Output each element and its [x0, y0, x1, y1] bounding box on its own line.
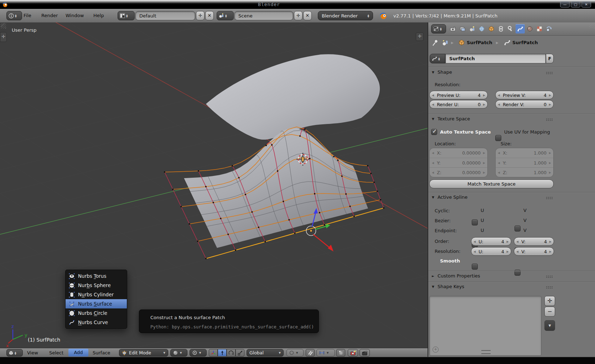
tab-scene[interactable] [467, 24, 477, 33]
increment-arrow-icon[interactable]: ▶ [483, 94, 485, 97]
menu-item-nurbs-cylinder[interactable]: Nurbs Cylinder [66, 290, 127, 299]
shape-key-specials-dropdown[interactable]: ▼ [544, 320, 555, 331]
menu-view[interactable]: View [27, 350, 38, 355]
delete-layout-button[interactable]: ✕ [205, 11, 214, 20]
pivot-center-dropdown[interactable]: ▼ [190, 349, 207, 357]
tab-render-layers[interactable] [458, 24, 467, 33]
increment-arrow-icon[interactable]: ▶ [549, 103, 551, 106]
panel-expand-icon[interactable]: ▼ [432, 285, 434, 288]
tab-material[interactable] [525, 24, 534, 33]
cyclic-v-checkbox[interactable] [514, 225, 521, 232]
panel-grip[interactable] [546, 72, 553, 74]
tab-object-data[interactable] [516, 24, 525, 33]
tab-physics[interactable] [544, 24, 554, 33]
snap-toggle[interactable] [306, 349, 315, 357]
texture-space-panel-header[interactable]: ▼ Texture Space [432, 116, 470, 121]
object-cube-icon[interactable] [458, 39, 465, 46]
size-y-field[interactable]: ◀Y:1.000▶ [496, 158, 553, 167]
tab-texture[interactable] [535, 24, 544, 33]
location-x-field[interactable]: ◀X:0.00000▶ [430, 148, 487, 158]
3d-viewport[interactable]: User Persp ✛ ✛ z y x (1) SurfPatch Nurbs… [0, 22, 428, 348]
menu-render[interactable]: Render [41, 13, 58, 18]
tab-constraints[interactable] [496, 24, 506, 33]
increment-arrow-icon[interactable]: ▶ [549, 94, 551, 97]
floating-nurbs-surface[interactable] [206, 54, 380, 140]
location-z-field[interactable]: ◀Z:0.00000▶ [430, 167, 487, 177]
menu-file[interactable]: File [24, 13, 31, 18]
shape-panel-header[interactable]: ▼ Shape [432, 69, 452, 75]
transform-orientation-dropdown[interactable]: Global ▼ [247, 349, 284, 357]
menu-add[interactable]: Add [68, 349, 88, 357]
order-v-field[interactable]: ◀V:4▶ [514, 237, 554, 246]
screen-layout-selector[interactable]: ▲▼ [118, 11, 135, 20]
opengl-render-button[interactable] [348, 349, 358, 357]
data-selector[interactable]: ▲▼ [430, 54, 445, 63]
preview-v-field[interactable]: ◀Preview V:4▶ [495, 91, 554, 99]
fake-user-button[interactable]: F [546, 54, 554, 63]
scale-manipulator-toggle[interactable] [236, 349, 244, 357]
menu-select[interactable]: Select [49, 350, 63, 355]
render-engine-dropdown[interactable]: Blender Render ▲▼ [318, 11, 373, 20]
render-u-field[interactable]: ◀Render U:0▶ [429, 100, 488, 109]
editor-type-selector[interactable]: ▲▼ [431, 24, 446, 33]
scene-selector[interactable]: ▲▼ [217, 11, 234, 20]
tab-render[interactable] [448, 24, 457, 33]
remove-shape-key-button[interactable]: − [544, 307, 555, 317]
rotate-manipulator-toggle[interactable] [227, 349, 236, 357]
snap-peel-toggle[interactable] [336, 349, 345, 357]
menu-item-nurbs-surface[interactable]: Nurbs Surface [66, 299, 127, 308]
panel-expand-icon[interactable]: ▼ [432, 71, 434, 74]
corner-grip[interactable] [1, 23, 6, 28]
editor-type-selector[interactable]: ▲▼ [6, 349, 23, 357]
viewport-shading-dropdown[interactable]: ▼ [170, 349, 187, 357]
panel-grip[interactable] [546, 118, 553, 121]
panel-grip[interactable] [546, 286, 553, 289]
proportional-edit-dropdown[interactable]: ▼ [286, 349, 304, 357]
tab-world[interactable] [477, 24, 486, 33]
auto-texture-space-checkbox[interactable] [431, 129, 437, 135]
toolshelf-expand-tab[interactable]: ✛ [0, 32, 7, 42]
texture-size-fields[interactable]: ◀X:1.000▶ ◀Y:1.000▶ ◀Z:1.000▶ [495, 148, 554, 177]
size-x-field[interactable]: ◀X:1.000▶ [496, 148, 553, 158]
tab-modifiers[interactable] [506, 24, 515, 33]
render-v-field[interactable]: ◀Render V:0▶ [495, 100, 554, 109]
breadcrumb-data-name[interactable]: SurfPatch [512, 40, 538, 45]
add-layout-button[interactable]: ✛ [196, 11, 205, 20]
order-u-field[interactable]: ◀U:4▶ [471, 237, 511, 246]
active-spline-panel-header[interactable]: ▼ Active Spline [432, 194, 467, 200]
resolution-v-field[interactable]: ◀V:4▶ [514, 247, 554, 256]
menu-item-nurbs-torus[interactable]: Nurbs Torus [66, 271, 127, 281]
use-uv-mapping-checkbox[interactable] [495, 135, 501, 141]
corner-grip[interactable] [589, 23, 595, 28]
minimize-button[interactable]: — [560, 1, 570, 7]
increment-arrow-icon[interactable]: ▶ [483, 103, 485, 106]
add-scene-button[interactable]: ✛ [294, 11, 302, 20]
add-shape-key-button[interactable]: ✛ [544, 296, 555, 306]
scene-field[interactable]: Scene [234, 11, 293, 20]
panel-grip[interactable] [546, 197, 553, 199]
custom-properties-panel-header[interactable]: ► Custom Properties [432, 273, 480, 279]
object-data-icon[interactable] [442, 39, 449, 46]
panel-grip[interactable] [546, 275, 553, 278]
resolution-u-field[interactable]: ◀U:4▶ [471, 247, 511, 256]
pin-icon[interactable] [432, 39, 439, 47]
size-z-field[interactable]: ◀Z:1.000▶ [496, 167, 553, 177]
cyclic-u-checkbox[interactable] [472, 219, 478, 225]
screen-layout-field[interactable]: Default [135, 11, 195, 20]
add-shape-key-icon[interactable]: + [433, 347, 439, 353]
corner-grip[interactable] [0, 9, 6, 15]
texture-location-fields[interactable]: ◀X:0.00000▶ ◀Y:0.00000▶ ◀Z:0.00000▶ [429, 148, 488, 177]
properties-shelf-expand-tab[interactable]: ✛ [416, 32, 424, 41]
list-resize-handle[interactable] [481, 350, 491, 354]
mode-dropdown[interactable]: Edit Mode ▼ [119, 349, 168, 357]
increment-arrow-icon[interactable]: ▶ [549, 250, 552, 253]
increment-arrow-icon[interactable]: ▶ [549, 240, 552, 243]
delete-scene-button[interactable]: ✕ [303, 11, 312, 20]
translate-manipulator-toggle[interactable] [218, 349, 227, 357]
location-y-field[interactable]: ◀Y:0.00000▶ [430, 158, 487, 167]
menu-item-nurbs-circle[interactable]: Nurbs Circle [66, 308, 127, 318]
panel-expand-icon[interactable]: ▼ [432, 117, 434, 121]
panel-expand-icon[interactable]: ▼ [432, 196, 434, 199]
opengl-render-anim-button[interactable] [359, 349, 370, 357]
menu-window[interactable]: Window [66, 13, 84, 18]
